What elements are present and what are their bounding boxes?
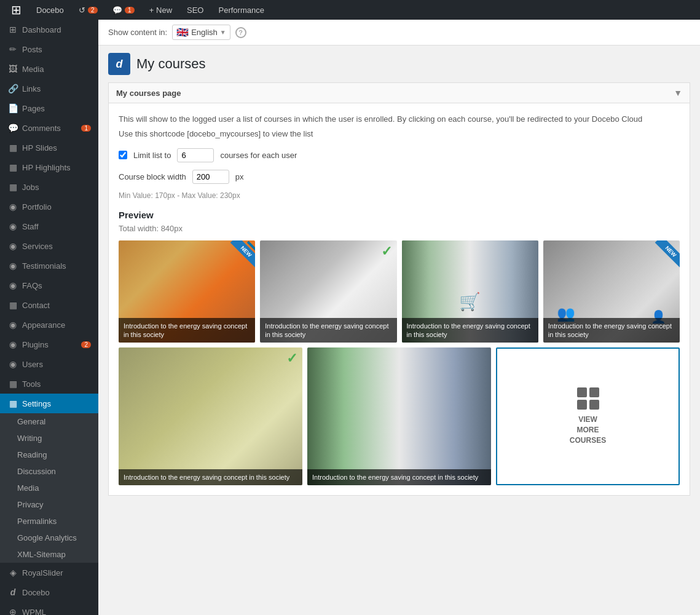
sidebar-label: Comments: [22, 124, 61, 133]
sidebar-label: Staff: [22, 222, 39, 231]
course-card-1[interactable]: NEW Introduction to the energy saving co…: [119, 240, 255, 343]
sidebar-item-portfolio[interactable]: ◉ Portfolio: [0, 197, 98, 216]
staff-icon: ◉: [7, 221, 18, 231]
hp-slides-icon: ▦: [7, 143, 18, 153]
sidebar-label: Appearance: [22, 320, 65, 330]
limit-input[interactable]: [177, 148, 214, 162]
check-badge-5: ✓: [286, 351, 297, 367]
sidebar-item-settings[interactable]: ▦ Settings: [0, 394, 98, 413]
sidebar-label: Services: [22, 242, 53, 251]
view-more-card[interactable]: VIEW MORE COURSES: [496, 347, 680, 485]
sidebar-label: Settings: [22, 399, 51, 408]
submenu-google-analytics[interactable]: Google Analytics: [0, 530, 98, 546]
comments-sidebar-icon: 💬: [7, 123, 18, 133]
settings-submenu: General Writing Reading Discussion Media…: [0, 413, 98, 563]
sidebar-item-appearance[interactable]: ◉ Appearance: [0, 315, 98, 335]
comments-badge: 1: [125, 7, 135, 14]
panel-header-title: My courses page: [116, 89, 181, 98]
sidebar-item-jobs[interactable]: ▦ Jobs: [0, 177, 98, 197]
links-icon: 🔗: [7, 84, 18, 93]
sidebar: ⊞ Dashboard ✏ Posts 🖼 Media 🔗 Links 📄 Pa…: [0, 20, 98, 615]
submenu-privacy[interactable]: Privacy: [0, 496, 98, 513]
sidebar-item-comments[interactable]: 💬 Comments 1: [0, 118, 98, 138]
width-unit: px: [235, 172, 244, 181]
submenu-reading[interactable]: Reading: [0, 446, 98, 463]
sidebar-label: Posts: [22, 45, 42, 54]
portfolio-icon: ◉: [7, 202, 18, 212]
preview-title: Preview: [119, 210, 680, 220]
sidebar-item-hp-slides[interactable]: ▦ HP Slides: [0, 138, 98, 157]
total-width-text: Total width: 840px: [119, 224, 680, 233]
panel-header: My courses page ▼: [109, 83, 690, 103]
submenu-writing[interactable]: Writing: [0, 430, 98, 446]
sidebar-item-testimonials[interactable]: ◉ Testimonials: [0, 256, 98, 276]
sidebar-item-services[interactable]: ◉ Services: [0, 236, 98, 256]
sidebar-item-royalslider[interactable]: ◈ RoyalSlider: [0, 563, 98, 582]
updates-button[interactable]: ↺ 2: [73, 0, 104, 20]
course-card-6[interactable]: Introduction to the energy saving concep…: [307, 347, 491, 485]
submenu-general[interactable]: General: [0, 413, 98, 430]
sidebar-label: HP Highlights: [22, 163, 71, 172]
jobs-icon: ▦: [7, 182, 18, 192]
contact-icon: ▦: [7, 300, 18, 310]
sidebar-label: Pages: [22, 104, 45, 113]
course-card-4[interactable]: 👥 👤 NEW Introduction to the energy savin…: [543, 240, 680, 343]
plugin-logo: d: [108, 53, 130, 75]
language-selector[interactable]: 🇬🇧 English ▼: [172, 25, 230, 40]
sidebar-item-wpml[interactable]: ⊕ WPML: [0, 602, 98, 615]
sidebar-label: Jobs: [22, 183, 39, 192]
users-icon: ◉: [7, 359, 18, 369]
comments-icon: 💬: [112, 6, 122, 15]
submenu-media[interactable]: Media: [0, 480, 98, 496]
toggle-arrow-icon[interactable]: ▼: [674, 88, 682, 98]
course-caption-6: Introduction to the energy saving concep…: [307, 469, 491, 485]
sidebar-item-tools[interactable]: ▦ Tools: [0, 374, 98, 394]
course-caption-3: Introduction to the energy saving concep…: [402, 318, 538, 343]
sidebar-item-links[interactable]: 🔗 Links: [0, 79, 98, 98]
sidebar-item-pages[interactable]: 📄 Pages: [0, 98, 98, 118]
wpml-icon: ⊕: [7, 607, 18, 615]
logo-text: d: [116, 58, 123, 71]
settings-icon: ▦: [7, 399, 18, 408]
site-name-button[interactable]: Docebo: [30, 0, 70, 20]
help-icon[interactable]: ?: [235, 27, 246, 38]
course-card-2[interactable]: ✓ Introduction to the energy saving conc…: [260, 240, 396, 343]
faqs-icon: ◉: [7, 280, 18, 290]
comments-button[interactable]: 💬 1: [106, 0, 141, 20]
sidebar-item-contact[interactable]: ▦ Contact: [0, 295, 98, 315]
course-card-5[interactable]: ✓ Introduction to the energy saving conc…: [119, 347, 302, 485]
sidebar-label: Docebo: [22, 588, 50, 597]
sidebar-item-posts[interactable]: ✏ Posts: [0, 39, 98, 59]
new-label: + New: [149, 6, 172, 15]
sidebar-label: Links: [22, 84, 41, 93]
width-input[interactable]: [192, 170, 229, 184]
course-card-3[interactable]: 🛒 Introduction to the energy saving conc…: [402, 240, 538, 343]
hint-text: Min Value: 170px - Max Value: 230px: [119, 191, 680, 200]
sidebar-label: Tools: [22, 379, 41, 389]
seo-button[interactable]: SEO: [181, 0, 210, 20]
sidebar-item-media[interactable]: 🖼 Media: [0, 59, 98, 79]
sidebar-item-faqs[interactable]: ◉ FAQs: [0, 276, 98, 295]
sidebar-item-docebo[interactable]: d Docebo: [0, 582, 98, 602]
sidebar-item-plugins[interactable]: ◉ Plugins 2: [0, 335, 98, 354]
sidebar-item-staff[interactable]: ◉ Staff: [0, 216, 98, 236]
docebo-icon: d: [7, 587, 18, 597]
performance-button[interactable]: Performance: [213, 0, 270, 20]
course-caption-5: Introduction to the energy saving concep…: [119, 469, 302, 485]
sidebar-item-users[interactable]: ◉ Users: [0, 354, 98, 374]
limit-checkbox[interactable]: [119, 151, 127, 159]
sidebar-item-hp-highlights[interactable]: ▦ HP Highlights: [0, 157, 98, 177]
info-text-1: This will show to the logged user a list…: [119, 113, 680, 125]
wp-logo-button[interactable]: ⊞: [5, 0, 28, 20]
limit-label: Limit list to: [133, 151, 171, 160]
new-button[interactable]: + New: [143, 0, 178, 20]
submenu-discussion[interactable]: Discussion: [0, 463, 98, 480]
sidebar-label: Testimonials: [22, 261, 66, 271]
sidebar-label: FAQs: [22, 281, 42, 290]
submenu-xml-sitemap[interactable]: XML-Sitemap: [0, 546, 98, 563]
testimonials-icon: ◉: [7, 261, 18, 271]
sidebar-item-dashboard[interactable]: ⊞ Dashboard: [0, 20, 98, 39]
submenu-permalinks[interactable]: Permalinks: [0, 513, 98, 530]
lang-text: English: [191, 28, 218, 37]
tools-icon: ▦: [7, 379, 18, 389]
